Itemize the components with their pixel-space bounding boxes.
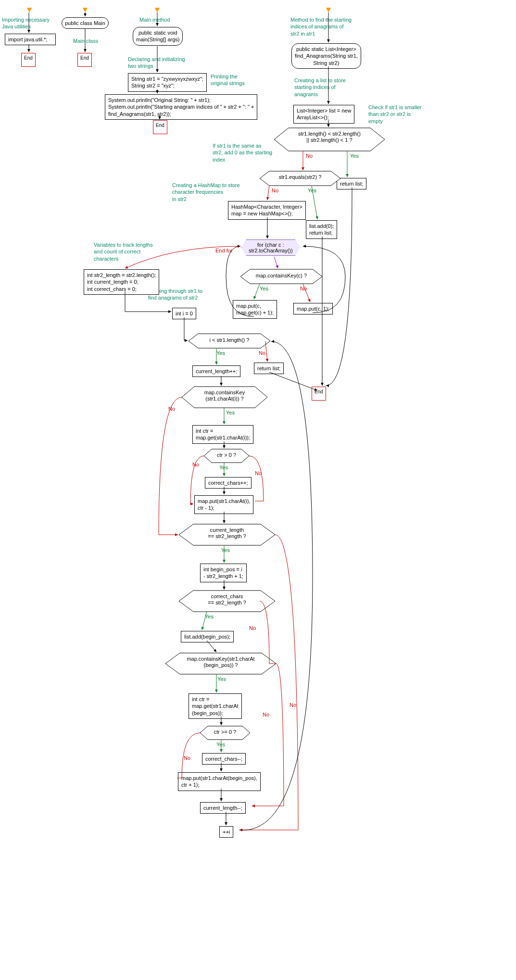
node-put-plus1: map.put(str1.charAt(begin_pos), ctr + 1)…: [178, 772, 261, 791]
edge-label-no: No: [192, 462, 199, 467]
edge-label-no: No: [249, 625, 256, 631]
node-put-c-plus1: map.put(c, map.get(c) + 1);: [233, 300, 277, 319]
decision-equals-text: str1.equals(str2) ?: [268, 174, 332, 180]
annotation-import: Importing necessary Java utilities: [2, 16, 50, 30]
edge-label-no: No: [184, 755, 190, 761]
edge-label-no: No: [168, 406, 175, 412]
node-string-decl: String str1 = "zyxwyxyxzwxyz"; String st…: [128, 73, 207, 92]
decision-ctr-ge0-text: ctr >= 0 ?: [207, 729, 243, 735]
end-import: End: [21, 53, 36, 67]
node-main-method: public static void main(String[] args): [133, 27, 183, 46]
edge-label-yes: Yes: [260, 286, 268, 291]
edge-label-no: No: [306, 153, 313, 159]
node-prints: System.out.println("Original String: " +…: [105, 94, 257, 120]
node-begin-pos: int begin_pos = i - str2_length + 1;: [200, 564, 247, 582]
annotation-equals: If str1 is the same as str2, add 0 as th…: [213, 142, 272, 163]
edge-label-yes: Yes: [205, 614, 214, 619]
node-return-list-2: return list;: [254, 363, 284, 374]
node-method: public static List<Integer> find_Anagram…: [291, 43, 361, 69]
node-list-add-begin: list.add(begin_pos);: [181, 631, 234, 642]
node-list-decl: List<Integer> list = new ArrayList<>();: [293, 105, 354, 124]
edge-label-yes: Yes: [219, 465, 228, 470]
annotation-mainclass: Main class: [73, 38, 98, 44]
edge-label-no: No: [289, 702, 296, 708]
node-hashmap: HashMap<Character, Integer> map = new Ha…: [228, 201, 306, 220]
node-i0: int i = 0: [172, 308, 196, 319]
edge-label-no: No: [259, 350, 265, 356]
node-import: import java.util.*;: [5, 34, 56, 45]
node-put-minus1: map.put(str1.charAt(i), ctr - 1);: [194, 495, 253, 514]
edge-label-no: No: [300, 286, 307, 291]
edge-label-yes: Yes: [216, 741, 225, 747]
node-ctr-get: int ctr = map.get(str1.charAt(i));: [192, 425, 253, 444]
node-vars: int str2_length = str2.length(); int cur…: [84, 269, 159, 295]
node-correct-chars-mm: correct_chars--;: [202, 753, 246, 765]
decision-contains-i-text: map.containsKey (str1.charAt(i)) ?: [191, 389, 258, 402]
entry-arrow-icon: [155, 8, 160, 13]
node-inc-i: ++i: [219, 826, 233, 838]
entry-arrow-icon: [326, 8, 331, 13]
edge-label-no: No: [272, 188, 278, 193]
end-method: End: [312, 387, 326, 401]
annotation-method: Method to find the starting indices of a…: [290, 16, 352, 37]
edge-label-yes: Yes: [350, 153, 359, 159]
annotation-mainmethod: Main method: [139, 16, 170, 23]
node-add0: list.add(0); return list;: [306, 220, 337, 239]
entry-arrow-icon: [27, 8, 32, 13]
edge-label-endfor: End for: [215, 248, 232, 253]
edge-label-yes: Yes: [226, 410, 235, 415]
node-current-length-pp: current_length++;: [192, 365, 240, 377]
annotation-vars: Variables to track lengths and count of …: [94, 241, 153, 262]
decision-ctr-gt0-text: ctr > 0 ?: [211, 452, 242, 458]
decision-curlen-eq-text: current_length == str2_length ?: [193, 527, 261, 540]
end-prints: End: [153, 120, 167, 134]
edge-label-yes: Yes: [216, 350, 225, 356]
edge-label-no: No: [263, 712, 269, 717]
edge-label-yes: Yes: [217, 676, 226, 682]
node-main-class: public class Main: [62, 17, 109, 29]
annotation-list: Creating a list to store starting indice…: [294, 77, 346, 98]
node-correct-chars-pp: correct_chars++;: [205, 477, 252, 489]
decision-correct-eq-text: correct_chars == str2_length ?: [193, 593, 261, 606]
annotation-print-strings: Printing the original strings: [211, 73, 245, 87]
entry-arrow-icon: [83, 8, 88, 13]
annotation-hashmap: Creating a HashMap to store character fr…: [172, 182, 240, 202]
edge-label-no: No: [255, 470, 262, 476]
svg-line-22: [274, 257, 278, 268]
edge-label-yes: Yes: [221, 547, 230, 553]
decision-contains-c-text: map.containsKey(c) ?: [250, 273, 313, 279]
decision-i-lt-len-text: i < str1.length() ?: [198, 337, 261, 343]
annotation-decl-strings: Declaring and initializing two strings: [128, 56, 185, 70]
node-ctr-get-begin: int ctr = map.get(str1.charAt (begin_pos…: [189, 693, 242, 719]
decision-contains-begin-text: map.containsKey(str1.charAt (begin_pos))…: [178, 656, 264, 668]
edge-label-yes: Yes: [308, 188, 316, 193]
annotation-check-len: Check if str1 is smaller than str2 or st…: [368, 104, 422, 125]
loop-for-char: for (char c : str2.toCharArray()): [241, 239, 300, 256]
node-current-length-mm: current_length--;: [200, 802, 246, 814]
node-return-list-1: return list;: [337, 178, 366, 189]
end-mainclass: End: [77, 53, 92, 67]
decision-length-check-text: str1.length() < str2.length() || str2.le…: [284, 131, 375, 143]
node-put-c-1: map.put(c, 1);: [293, 303, 333, 314]
